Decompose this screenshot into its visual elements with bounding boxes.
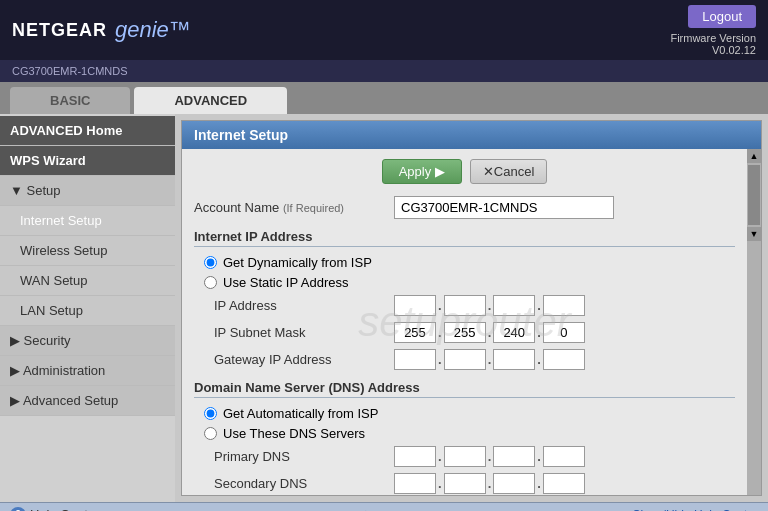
netgear-logo: NETGEAR: [12, 20, 107, 41]
logout-button[interactable]: Logout: [688, 5, 756, 28]
radio-dns-auto-row: Get Automatically from ISP: [194, 406, 735, 421]
show-hide-help-link[interactable]: Show/Hide Help Center: [633, 508, 758, 512]
sidebar-toggle-setup[interactable]: ▼ Setup: [0, 176, 175, 206]
radio-static-label: Use Static IP Address: [223, 275, 349, 290]
sdns-octet-1[interactable]: [394, 473, 436, 494]
help-center-label: ? Help Center: [10, 507, 99, 512]
radio-dns-auto-label: Get Automatically from ISP: [223, 406, 378, 421]
internet-setup-panel: Internet Setup setuprouter Apply ▶ ✕Canc…: [181, 120, 762, 496]
ip-octet-4[interactable]: [543, 295, 585, 316]
help-center-text: Help Center: [30, 507, 99, 511]
sidebar-toggle-advanced-setup[interactable]: ▶ Advanced Setup: [0, 386, 175, 416]
radio-dynamic[interactable]: [204, 256, 217, 269]
action-bar: Apply ▶ ✕Cancel: [194, 159, 735, 184]
gateway-octet-2[interactable]: [444, 349, 486, 370]
device-bar: CG3700EMR-1CMNDS: [0, 60, 768, 82]
tab-basic[interactable]: BASIC: [10, 87, 130, 114]
sidebar-item-lan-setup[interactable]: LAN Setup: [0, 296, 175, 326]
ip-dot-2: .: [488, 298, 492, 313]
subnet-octet-2[interactable]: [444, 322, 486, 343]
radio-dynamic-label: Get Dynamically from ISP: [223, 255, 372, 270]
pdns-octet-4[interactable]: [543, 446, 585, 467]
scroll-down-button[interactable]: ▼: [747, 227, 761, 241]
help-bar: ? Help Center ▲ Show/Hide Help Center: [0, 502, 768, 511]
tab-advanced[interactable]: ADVANCED: [134, 87, 287, 114]
sidebar-toggle-security[interactable]: ▶ Security: [0, 326, 175, 356]
scrollbar[interactable]: ▲ ▼: [747, 149, 761, 495]
gateway-fields: . . .: [394, 349, 585, 370]
pdns-octet-2[interactable]: [444, 446, 486, 467]
apply-button[interactable]: Apply ▶: [382, 159, 462, 184]
panel-body: setuprouter Apply ▶ ✕Cancel Account Name…: [182, 149, 747, 495]
gateway-octet-1[interactable]: [394, 349, 436, 370]
pdns-octet-1[interactable]: [394, 446, 436, 467]
tab-bar: BASIC ADVANCED: [0, 82, 768, 114]
header: NETGEAR genie™ Logout Firmware Version V…: [0, 0, 768, 60]
sidebar-item-wireless-setup[interactable]: Wireless Setup: [0, 236, 175, 266]
subnet-dot-2: .: [488, 325, 492, 340]
ip-subnet-fields: . . .: [394, 322, 585, 343]
subnet-octet-1[interactable]: [394, 322, 436, 343]
ip-octet-1[interactable]: [394, 295, 436, 316]
genie-logo: genie™: [115, 17, 191, 43]
panel-inner: setuprouter Apply ▶ ✕Cancel Account Name…: [182, 149, 761, 495]
ip-dot-1: .: [438, 298, 442, 313]
radio-dynamic-row: Get Dynamically from ISP: [194, 255, 735, 270]
gateway-octet-4[interactable]: [543, 349, 585, 370]
gateway-row: Gateway IP Address . . .: [194, 349, 735, 370]
radio-dns-auto[interactable]: [204, 407, 217, 420]
ip-subnet-label: IP Subnet Mask: [214, 325, 394, 340]
internet-ip-section-title: Internet IP Address: [194, 229, 735, 247]
scroll-thumb[interactable]: [748, 165, 760, 225]
ip-dot-3: .: [537, 298, 541, 313]
sidebar-item-internet-setup[interactable]: Internet Setup: [0, 206, 175, 236]
dns-section-title: Domain Name Server (DNS) Address: [194, 380, 735, 398]
cancel-button[interactable]: ✕Cancel: [470, 159, 547, 184]
gateway-dot-2: .: [488, 352, 492, 367]
account-name-row: Account Name (If Required): [194, 196, 735, 219]
scroll-up-button[interactable]: ▲: [747, 149, 761, 163]
device-name-label: CG3700EMR-1CMNDS: [12, 65, 128, 77]
firmware-version: Firmware Version V0.02.12: [670, 32, 756, 56]
sidebar-toggle-administration[interactable]: ▶ Administration: [0, 356, 175, 386]
main-layout: ADVANCED Home WPS Wizard ▼ Setup Interne…: [0, 114, 768, 502]
subnet-dot-3: .: [537, 325, 541, 340]
sdns-octet-2[interactable]: [444, 473, 486, 494]
panel-title: Internet Setup: [182, 121, 761, 149]
account-name-label: Account Name (If Required): [194, 200, 394, 215]
ip-address-label: IP Address: [214, 298, 394, 313]
gateway-dot-1: .: [438, 352, 442, 367]
primary-dns-row: Primary DNS . . .: [194, 446, 735, 467]
ip-octet-2[interactable]: [444, 295, 486, 316]
subnet-octet-3[interactable]: [493, 322, 535, 343]
ip-octet-3[interactable]: [493, 295, 535, 316]
radio-static-row: Use Static IP Address: [194, 275, 735, 290]
subnet-octet-4[interactable]: [543, 322, 585, 343]
sidebar-item-wan-setup[interactable]: WAN Setup: [0, 266, 175, 296]
content-area: Internet Setup setuprouter Apply ▶ ✕Canc…: [175, 114, 768, 502]
pdns-octet-3[interactable]: [493, 446, 535, 467]
account-name-input[interactable]: [394, 196, 614, 219]
subnet-dot-1: .: [438, 325, 442, 340]
sidebar: ADVANCED Home WPS Wizard ▼ Setup Interne…: [0, 114, 175, 502]
logo-area: NETGEAR genie™: [12, 17, 191, 43]
radio-dns-manual-label: Use These DNS Servers: [223, 426, 365, 441]
sdns-octet-4[interactable]: [543, 473, 585, 494]
gateway-octet-3[interactable]: [493, 349, 535, 370]
secondary-dns-fields: . . .: [394, 473, 585, 494]
sidebar-item-advanced-home[interactable]: ADVANCED Home: [0, 116, 175, 146]
gateway-label: Gateway IP Address: [214, 352, 394, 367]
radio-dns-manual-row: Use These DNS Servers: [194, 426, 735, 441]
radio-dns-manual[interactable]: [204, 427, 217, 440]
ip-subnet-row: IP Subnet Mask . . .: [194, 322, 735, 343]
ip-address-fields: . . .: [394, 295, 585, 316]
sidebar-item-wps-wizard[interactable]: WPS Wizard: [0, 146, 175, 176]
secondary-dns-row: Secondary DNS . . .: [194, 473, 735, 494]
sdns-octet-3[interactable]: [493, 473, 535, 494]
header-right: Logout Firmware Version V0.02.12: [670, 5, 756, 56]
ip-address-row: IP Address . . .: [194, 295, 735, 316]
primary-dns-label: Primary DNS: [214, 449, 394, 464]
secondary-dns-label: Secondary DNS: [214, 476, 394, 491]
help-arrow-icon: ▲: [358, 506, 374, 512]
radio-static[interactable]: [204, 276, 217, 289]
